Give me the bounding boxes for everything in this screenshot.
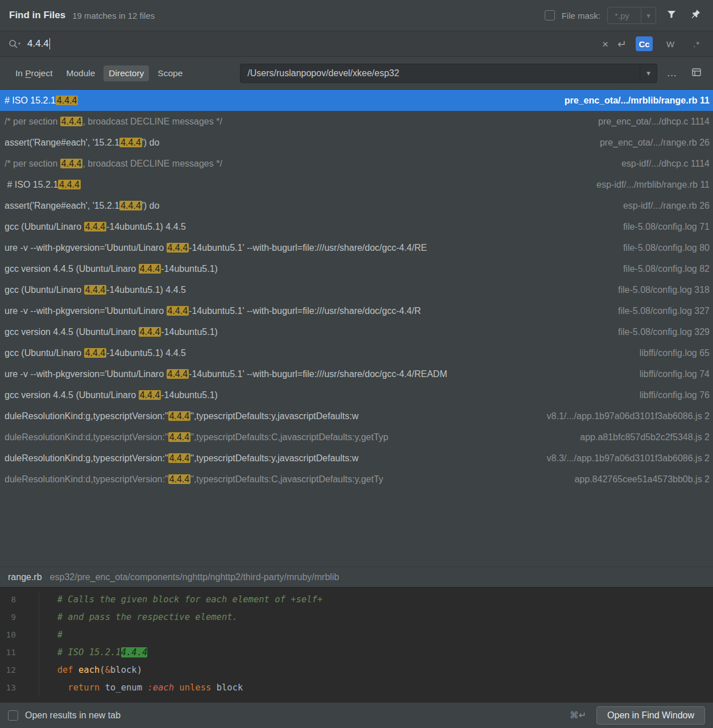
result-row[interactable]: assert('Range#each', '15.2.14.4.4') does… — [0, 195, 713, 216]
line-number: 13 — [0, 679, 16, 697]
browse-directory-button[interactable]: ... — [662, 64, 682, 82]
open-results-new-tab-label: Open results in new tab — [25, 710, 121, 721]
dialog-title: Find in Files — [9, 10, 65, 21]
result-row[interactable]: gcc (Ubuntu/Linaro 4.4.4-14ubuntu5.1) 4.… — [0, 279, 713, 300]
result-row[interactable]: /* per section 4.4.4, broadcast DECLINE … — [0, 111, 713, 132]
scope-tab-directory[interactable]: Directory — [103, 65, 149, 81]
regex-toggle[interactable]: .* — [688, 36, 705, 51]
result-row[interactable]: gcc version 4.4.5 (Ubuntu/Linaro 4.4.4-1… — [0, 384, 713, 406]
clear-search-icon[interactable]: × — [602, 39, 608, 49]
code-line: 9 # and pass the respective element. — [0, 609, 713, 626]
dialog-titlebar: Find in Files 19 matches in 12 files Fil… — [0, 0, 713, 31]
directory-path-value[interactable]: /Users/ruslanpopov/devel/xkee/esp32 — [241, 68, 640, 78]
result-text: gcc version 4.4.5 (Ubuntu/Linaro 4.4.4-1… — [5, 327, 612, 337]
search-icon[interactable] — [8, 39, 22, 49]
directory-path-field[interactable]: /Users/ruslanpopov/devel/xkee/esp32 ▾ — [240, 64, 657, 83]
result-row[interactable]: duleResolutionKind:g,typescriptVersion:"… — [0, 406, 713, 427]
match-highlight: 4.4.4 — [60, 159, 83, 168]
result-file-path: libffi/config.log 65 — [640, 348, 710, 358]
filter-icon — [666, 9, 677, 22]
result-row[interactable]: gcc (Ubuntu/Linaro 4.4.4-14ubuntu5.1) 4.… — [0, 342, 713, 363]
match-highlight: 4.4.4 — [139, 264, 161, 274]
result-row[interactable]: gcc version 4.4.5 (Ubuntu/Linaro 4.4.4-1… — [0, 258, 713, 279]
open-in-find-window-button[interactable]: Open in Find Window — [596, 706, 705, 725]
result-file-path: esp-idf/.../dhcp.c 1114 — [621, 159, 710, 169]
code-line: 13 return to_enum :each unless block — [0, 679, 713, 697]
scope-tab-module[interactable]: Module — [61, 65, 100, 81]
folder-tree-icon — [691, 67, 702, 80]
code-line: 8 # Calls the given block for each eleme… — [0, 591, 713, 609]
match-highlight: 4.4.4 — [119, 201, 142, 210]
scope-tabs: In ProjectModuleDirectoryScope — [10, 65, 188, 81]
line-number: 8 — [0, 591, 16, 609]
match-highlight: 4.4.4 — [56, 96, 78, 105]
match-highlight: 4.4.4 — [168, 453, 191, 463]
result-file-path: file-5.08/config.log 327 — [618, 306, 710, 316]
chevron-down-icon[interactable]: ▾ — [641, 7, 656, 23]
result-text: gcc (Ubuntu/Linaro 4.4.4-14ubuntu5.1) 4.… — [5, 348, 634, 358]
result-row[interactable]: assert('Range#each', '15.2.14.4.4') dopr… — [0, 132, 713, 153]
result-file-path: libffi/config.log 74 — [640, 369, 710, 379]
result-row[interactable]: ure -v --with-pkgversion='Ubuntu/Linaro … — [0, 237, 713, 258]
match-highlight: 4.4.4 — [168, 411, 191, 421]
match-highlight: 4.4.4 — [58, 180, 81, 189]
code-text: return to_enum :each unless block — [39, 679, 243, 697]
line-number: 12 — [0, 661, 16, 679]
file-mask-combo[interactable]: *.py ▾ — [607, 7, 656, 24]
result-row[interactable]: /* per section 4.4.4, broadcast DECLINE … — [0, 153, 713, 174]
result-row[interactable]: duleResolutionKind:g,typescriptVersion:"… — [0, 448, 713, 469]
result-row[interactable]: duleResolutionKind:d,typescriptVersion:"… — [0, 469, 713, 490]
result-file-path: esp-idf/.../range.rb 26 — [623, 201, 710, 211]
code-preview[interactable]: 8 # Calls the given block for each eleme… — [0, 587, 713, 702]
result-row[interactable]: ure -v --with-pkgversion='Ubuntu/Linaro … — [0, 363, 713, 384]
match-highlight: 4.4.4 — [119, 138, 142, 147]
match-highlight: 4.4.4 — [84, 285, 107, 295]
result-text: duleResolutionKind:d,typescriptVersion:"… — [5, 474, 569, 485]
chevron-down-icon[interactable]: ▾ — [640, 64, 657, 82]
file-mask-value: *.py — [608, 11, 641, 20]
result-file-path: libffi/config.log 76 — [640, 390, 710, 400]
result-text: duleResolutionKind:g,typescriptVersion:"… — [5, 453, 541, 464]
result-row[interactable]: ure -v --with-pkgversion='Ubuntu/Linaro … — [0, 300, 713, 321]
result-text: ure -v --with-pkgversion='Ubuntu/Linaro … — [5, 306, 612, 316]
search-field[interactable]: 4.4.4 × ↵ Cc W .* — [0, 31, 713, 57]
match-case-toggle[interactable]: Cc — [636, 36, 653, 51]
match-summary: 19 matches in 12 files — [72, 11, 155, 20]
result-file-path: pre_enc_ota/.../mrblib/range.rb 11 — [565, 96, 710, 106]
result-row[interactable]: gcc version 4.4.5 (Ubuntu/Linaro 4.4.4-1… — [0, 321, 713, 342]
result-row[interactable]: duleResolutionKind:d,typescriptVersion:"… — [0, 427, 713, 448]
code-line: 10 # — [0, 626, 713, 644]
match-highlight: 4.4.4 — [84, 222, 107, 231]
file-mask-label: File mask: — [562, 11, 600, 20]
results-list[interactable]: # ISO 15.2.14.4.4pre_enc_ota/.../mrblib/… — [0, 90, 713, 566]
scope-tab-scope[interactable]: Scope — [152, 65, 188, 81]
result-file-path: file-5.08/config.log 82 — [623, 264, 710, 274]
code-text: # ISO 15.2.14.4.4 — [39, 644, 147, 661]
open-results-new-tab-checkbox[interactable] — [8, 710, 18, 721]
match-highlight: 4.4.4 — [167, 243, 189, 253]
search-input[interactable]: 4.4.4 — [27, 38, 49, 49]
match-highlight: 4.4.4 — [60, 117, 83, 126]
whole-words-toggle[interactable]: W — [662, 36, 679, 51]
result-text: ure -v --with-pkgversion='Ubuntu/Linaro … — [5, 369, 634, 379]
result-row[interactable]: # ISO 15.2.14.4.4esp-idf/.../mrblib/rang… — [0, 174, 713, 195]
result-file-path: app.842765cee51a4573bb0b.js 2 — [574, 474, 710, 485]
code-line: 12 def each(&block) — [0, 661, 713, 679]
file-mask-checkbox[interactable] — [545, 10, 555, 20]
result-row[interactable]: gcc (Ubuntu/Linaro 4.4.4-14ubuntu5.1) 4.… — [0, 216, 713, 237]
result-row[interactable]: # ISO 15.2.14.4.4pre_enc_ota/.../mrblib/… — [0, 90, 713, 111]
match-highlight: 4.4.4 — [168, 432, 191, 442]
filter-button[interactable] — [663, 7, 680, 24]
dialog-footer: Open results in new tab ⌘↵ Open in Find … — [0, 702, 713, 727]
pin-button[interactable] — [687, 7, 704, 24]
result-text: /* per section 4.4.4, broadcast DECLINE … — [5, 117, 592, 127]
result-file-path: esp-idf/.../mrblib/range.rb 11 — [596, 180, 710, 190]
result-file-path: file-5.08/config.log 71 — [623, 222, 710, 232]
match-highlight: 4.4.4 — [167, 369, 189, 379]
project-tree-button[interactable] — [687, 64, 706, 82]
scope-tab-in-project[interactable]: In Project — [10, 65, 57, 81]
result-text: assert('Range#each', '15.2.14.4.4') do — [5, 138, 594, 148]
code-text: def each(&block) — [39, 661, 142, 679]
insert-newline-icon[interactable]: ↵ — [617, 39, 627, 49]
match-highlight: 4.4.4 — [84, 348, 107, 358]
